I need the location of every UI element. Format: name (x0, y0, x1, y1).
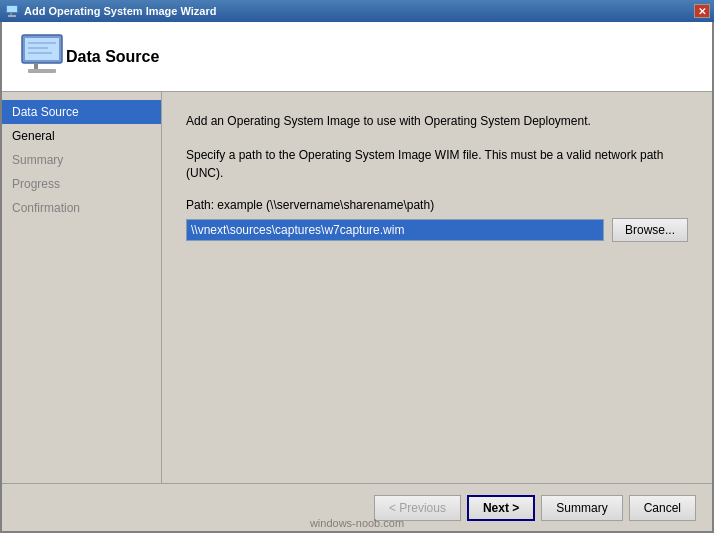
previous-button[interactable]: < Previous (374, 495, 461, 521)
svg-rect-3 (8, 15, 16, 17)
svg-rect-1 (7, 6, 17, 12)
wizard-title-icon (4, 3, 20, 19)
svg-rect-6 (34, 63, 38, 69)
dialog-footer: < Previous Next > Summary Cancel (2, 483, 712, 531)
svg-rect-8 (28, 42, 56, 44)
next-button[interactable]: Next > (467, 495, 535, 521)
close-button[interactable]: ✕ (694, 4, 710, 18)
sidebar-item-data-source[interactable]: Data Source (2, 100, 161, 124)
summary-button[interactable]: Summary (541, 495, 622, 521)
sidebar-item-confirmation[interactable]: Confirmation (2, 196, 161, 220)
dialog: Data Source Data Source General Summary … (0, 22, 714, 533)
svg-rect-2 (10, 13, 12, 15)
browse-button[interactable]: Browse... (612, 218, 688, 242)
path-row: Browse... (186, 218, 688, 242)
sidebar-item-progress[interactable]: Progress (2, 172, 161, 196)
header-icon (18, 33, 66, 81)
path-input[interactable] (186, 219, 604, 241)
main-content: Add an Operating System Image to use wit… (162, 92, 712, 483)
sidebar-item-summary[interactable]: Summary (2, 148, 161, 172)
sidebar-item-general[interactable]: General (2, 124, 161, 148)
svg-rect-9 (28, 47, 48, 49)
dialog-body: Data Source General Summary Progress Con… (2, 92, 712, 483)
title-bar-text: Add Operating System Image Wizard (24, 5, 694, 17)
svg-rect-7 (28, 69, 56, 73)
sidebar: Data Source General Summary Progress Con… (2, 92, 162, 483)
path-label: Path: example (\\servername\sharename\pa… (186, 198, 688, 212)
description-1: Add an Operating System Image to use wit… (186, 112, 688, 130)
dialog-header: Data Source (2, 22, 712, 92)
title-bar: Add Operating System Image Wizard ✕ (0, 0, 714, 22)
cancel-button[interactable]: Cancel (629, 495, 696, 521)
description-2: Specify a path to the Operating System I… (186, 146, 688, 182)
header-title: Data Source (66, 48, 159, 66)
svg-rect-10 (28, 52, 52, 54)
